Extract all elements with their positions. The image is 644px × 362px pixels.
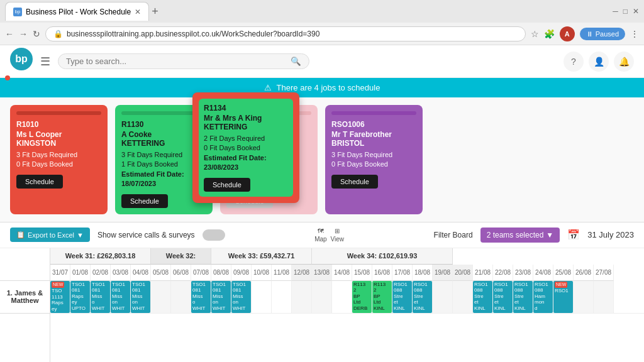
job-location: KINGSTON (16, 139, 101, 148)
day-0508: 05/08 (151, 265, 171, 281)
cell-2508[interactable]: NEWRSO1 (553, 281, 574, 313)
day-headers: 31/07 01/08 02/08 03/08 04/08 05/08 06/0… (50, 265, 644, 281)
day-0608: 06/08 (171, 265, 191, 281)
help-btn[interactable]: ? (564, 52, 584, 72)
cell-0408[interactable]: TSO1081MissonWHIT (131, 281, 151, 313)
alert-icon: ⚠ (264, 83, 272, 92)
cell-0208[interactable]: TSO1081MissoWHIT (91, 281, 111, 313)
day-1808: 18/08 (413, 265, 433, 281)
schedule-btn-r1010[interactable]: Schedule (16, 175, 63, 189)
cell-2308[interactable]: RSO1088StreetKINL (513, 281, 533, 313)
search-input[interactable] (66, 57, 286, 66)
search-bar[interactable]: 🔍 (58, 53, 309, 69)
app-logo: bp (10, 48, 33, 75)
minimize-btn[interactable]: ─ (613, 7, 618, 16)
user-btn[interactable]: 👤 (589, 52, 609, 72)
row-label-header (0, 248, 50, 281)
nav-actions: ☆ 🧩 A ⏸ Paused ⋮ (531, 26, 639, 41)
job-ref: RSO1006 (331, 120, 416, 129)
notifications-btn[interactable]: 🔔 (614, 52, 634, 72)
header-actions: ? 👤 🔔 (564, 52, 634, 72)
back-btn[interactable]: ← (5, 29, 14, 39)
alert-message: There are 4 jobs to schedule (277, 83, 380, 92)
schedule-grid: Week 31: £262,803.18 Week 32: Week 33: £… (50, 248, 644, 362)
search-submit-btn[interactable]: 🔍 (291, 57, 301, 66)
app-container: bp ☰ 🔍 ? 👤 🔔 ⚠ There are 4 jobs to sched… (0, 45, 644, 362)
day-2608: 26/08 (574, 265, 594, 281)
close-btn[interactable]: ✕ (633, 7, 639, 16)
job-name: Ms L Cooper (16, 130, 101, 139)
hamburger-menu-btn[interactable]: ☰ (40, 55, 50, 69)
cell-0308[interactable]: TSO1081MissonWHIT (111, 281, 131, 313)
cell-1308-wk (312, 281, 332, 313)
schedule-rows: NEWTSO1113RapseyUPT TSO1081RapseyUPTO TS… (50, 281, 644, 314)
day-2408: 24/08 (533, 265, 553, 281)
cell-3107[interactable]: NEWTSO1113RapseyUPT (50, 281, 70, 313)
export-excel-btn[interactable]: 📋 Export to Excel ▼ (10, 228, 90, 242)
job-ref: R1010 (16, 120, 101, 129)
schedule-btn-r1130[interactable]: Schedule (121, 194, 168, 208)
new-tab-btn[interactable]: + (152, 5, 158, 18)
cell-0708[interactable]: TSO1081MissoWHIT (191, 281, 211, 313)
day-3107: 31/07 (50, 265, 70, 281)
schedule-date: 31 July 2023 (587, 230, 634, 239)
cell-1108 (272, 281, 292, 313)
day-1108: 11/08 (272, 265, 292, 281)
paused-btn[interactable]: ⏸ Paused (580, 28, 625, 40)
extensions-btn[interactable]: 🧩 (544, 29, 555, 39)
week-headers: Week 31: £262,803.18 Week 32: Week 33: £… (50, 248, 644, 265)
logo-dot (5, 75, 10, 80)
menu-btn[interactable]: ⋮ (630, 29, 639, 39)
account-avatar[interactable]: A (560, 26, 575, 41)
cell-2108[interactable]: RSO1088StreetKINL (473, 281, 493, 313)
team-row-label: 1. James & Matthew (0, 281, 50, 314)
day-0408: 04/08 (131, 265, 151, 281)
day-2308: 23/08 (513, 265, 533, 281)
cell-1608[interactable]: R1132BPLtdKINL (372, 281, 392, 313)
alert-banner: ⚠ There are 4 jobs to schedule (0, 78, 644, 97)
job-card-r1010: R1010 Ms L Cooper KINGSTON 3 Fit Days Re… (10, 105, 108, 214)
cell-1508[interactable]: R1132BPLtdDERB (352, 281, 372, 313)
day-2208: 22/08 (493, 265, 513, 281)
day-0908: 09/08 (231, 265, 252, 281)
service-calls-toggle[interactable] (203, 229, 225, 241)
export-icon: 📋 (16, 231, 25, 239)
map-toggle-btn[interactable]: 🗺 Map (314, 228, 326, 243)
address-bar[interactable]: 🔒 businessspilottraining.app.businesspil… (45, 26, 526, 41)
floating-card-r1134: R1134 Mr & Mrs A King KETTERING 2 Fit Da… (192, 92, 299, 203)
cell-0808[interactable]: TSO1081MissonWHIT (211, 281, 231, 313)
job-detail: 3 Fit Days Required0 Fit Days Booked (16, 150, 101, 170)
cell-2208[interactable]: RSO1088StreetKINL (493, 281, 513, 313)
teams-filter-btn[interactable]: 2 teams selected ▼ (480, 228, 560, 243)
active-tab[interactable]: bp Business Pilot - Work Schedule ✕ (5, 2, 149, 21)
job-detail: 3 Fit Days Required0 Fit Days Booked (331, 150, 416, 170)
bookmark-btn[interactable]: ☆ (531, 29, 539, 39)
cell-1808[interactable]: RSO1088StreetKINL (413, 281, 433, 313)
floating-schedule-btn[interactable]: Schedule (204, 178, 250, 192)
tab-bar: bp Business Pilot - Work Schedule ✕ + ─ … (0, 0, 644, 23)
cell-2408[interactable]: RSO1088HammondNEW (533, 281, 553, 313)
export-dropdown-icon: ▼ (77, 231, 84, 239)
url-text: businessspilottraining.app.businesspilot… (67, 30, 319, 38)
jobs-grid: R1010 Ms L Cooper KINGSTON 3 Fit Days Re… (10, 105, 634, 214)
day-2508: 25/08 (553, 265, 574, 281)
cell-0108[interactable]: TSO1081RapseyUPTO (70, 281, 91, 313)
maximize-btn[interactable]: □ (623, 7, 628, 16)
logo-circle: bp (10, 48, 33, 70)
cell-0908[interactable]: TSO1081MissonWHIT (231, 281, 252, 313)
forward-btn[interactable]: → (19, 29, 28, 39)
day-1508: 15/08 (352, 265, 372, 281)
table-row: NEWTSO1113RapseyUPT TSO1081RapseyUPTO TS… (50, 281, 644, 314)
nav-bar: ← → ↻ 🔒 businessspilottraining.app.busin… (0, 23, 644, 45)
schedule-btn-rso1006[interactable]: Schedule (331, 175, 378, 189)
cell-1208-wk (292, 281, 312, 313)
calendar-icon[interactable]: 📅 (567, 229, 580, 241)
day-1308: 13/08 (312, 265, 332, 281)
week-31-header: Week 31: £262,803.18 (50, 248, 151, 265)
refresh-btn[interactable]: ↻ (33, 29, 40, 39)
cell-1708[interactable]: RSO1088StreetKINL (392, 281, 413, 313)
view-toggle-btn[interactable]: ⊞ View (331, 228, 345, 243)
day-0108: 01/08 (70, 265, 91, 281)
browser-chrome: bp Business Pilot - Work Schedule ✕ + ─ … (0, 0, 644, 45)
tab-close-btn[interactable]: ✕ (135, 8, 141, 16)
